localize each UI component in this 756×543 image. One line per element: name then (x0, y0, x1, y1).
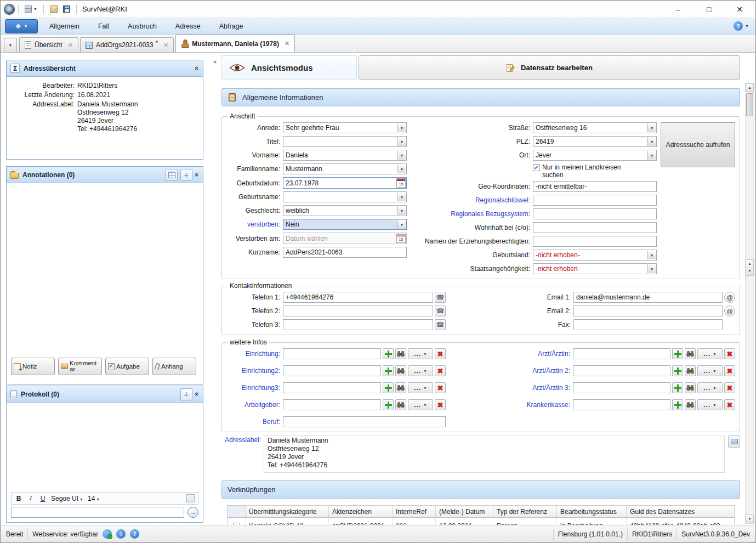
close-button[interactable]: ✕ (731, 5, 748, 14)
geburtsland-select[interactable]: -nicht erhoben-▼ (533, 250, 657, 261)
bezugssystem-input[interactable] (533, 208, 657, 219)
detach-panel-button[interactable]: ↔↕ (180, 388, 192, 400)
save-button[interactable] (60, 3, 73, 16)
search-button[interactable] (395, 365, 406, 376)
geburtsdatum-input[interactable]: 23.07.1978 15 (283, 177, 407, 189)
minimize-button[interactable]: – (670, 5, 686, 14)
anhang-button[interactable]: Anhang (152, 358, 196, 375)
add-button[interactable] (383, 348, 394, 359)
geo-koordinaten-input[interactable]: -nicht ermittelbar- (533, 181, 657, 192)
einrichtung2-input[interactable] (283, 365, 381, 376)
datensatz-bearbeiten-button[interactable]: Datensatz bearbeiten (359, 55, 740, 80)
menu-item-adresse[interactable]: Adresse (166, 19, 210, 33)
bold-button[interactable]: B (15, 495, 22, 502)
add-button[interactable] (383, 382, 394, 393)
notiz-button[interactable]: Notiz (11, 358, 55, 375)
geschlecht-select[interactable]: weiblich▼ (283, 205, 407, 216)
more-options-button[interactable]: ...▼ (408, 399, 433, 410)
search-button[interactable] (395, 399, 406, 410)
underline-button[interactable]: U (39, 495, 47, 502)
column-header[interactable]: Typ der Referenz (493, 506, 557, 517)
kommentar-button[interactable]: Kommentar (58, 358, 102, 375)
landkreis-checkbox[interactable]: ✔ (533, 164, 540, 171)
detach-panel-button[interactable]: ↔↕ (180, 169, 192, 181)
toolbar-options-button[interactable] (186, 494, 195, 502)
help-icon[interactable]: ? (734, 21, 743, 31)
einrichtung-input[interactable] (283, 348, 381, 359)
collapse-panel-icon[interactable]: « (193, 173, 201, 177)
close-icon[interactable]: ✕ (163, 42, 168, 49)
tab-mustermann[interactable]: Mustermann, Daniela (1978) ✕ (175, 35, 295, 52)
table-row[interactable]: Kontakt-COVID-19 cpCVD2021-0001 993 12.0… (228, 518, 734, 525)
add-button[interactable] (383, 399, 394, 410)
send-email-button[interactable]: @ (724, 306, 735, 316)
wohnhaft-input[interactable] (533, 222, 657, 233)
more-options-button[interactable]: ...▼ (697, 399, 723, 410)
menu-item-allgemein[interactable]: Allgemein (40, 19, 89, 33)
scroll-up-button[interactable]: ▲ (746, 83, 754, 92)
plz-select[interactable]: 26419▼ (533, 136, 657, 147)
column-header[interactable]: Guid des Datensatzes (627, 506, 734, 517)
geburtsname-select[interactable]: ▼ (283, 191, 407, 202)
calendar-icon[interactable]: 15 (396, 234, 406, 243)
telefon3-input[interactable] (283, 319, 433, 330)
more-options-button[interactable]: ...▼ (697, 382, 723, 393)
dial-phone-button[interactable]: ☎ (435, 306, 446, 316)
column-header[interactable]: InterneRef (393, 506, 436, 517)
einrichtung3-input[interactable] (283, 382, 381, 393)
close-icon[interactable]: ✕ (285, 40, 289, 47)
webservice-globe-icon[interactable] (103, 529, 112, 539)
scrollbar-thumb[interactable] (746, 93, 753, 116)
select-all-column-header[interactable] (228, 506, 246, 517)
calendar-icon[interactable]: 15 (396, 178, 406, 188)
column-header[interactable]: Aktenzeichen (329, 506, 393, 517)
staatsangehoerigkeit-select[interactable]: -nicht erhoben-▼ (533, 263, 657, 274)
remove-button[interactable]: ✖ (435, 348, 446, 359)
dial-phone-button[interactable]: ☎ (435, 319, 446, 330)
remove-button[interactable]: ✖ (435, 382, 446, 393)
dial-phone-button[interactable]: ☎ (435, 292, 446, 303)
remove-button[interactable]: ✖ (724, 365, 735, 376)
more-options-button[interactable]: ...▼ (697, 365, 723, 376)
telefon2-input[interactable] (283, 306, 433, 316)
krankenkasse-input[interactable] (573, 399, 670, 410)
remove-button[interactable]: ✖ (724, 399, 735, 410)
kurzname-input[interactable]: AddPers2021-0063 (283, 247, 407, 258)
info-icon[interactable]: i (116, 529, 126, 539)
verstorben-select[interactable]: Nein▼ (283, 219, 407, 230)
tab-addorgs[interactable]: AddOrgs2021-0033 * ✕ (80, 37, 174, 52)
maximize-button[interactable]: □ (701, 5, 717, 14)
arzt1-input[interactable] (573, 348, 670, 359)
erziehungsberechtigte-input[interactable] (533, 236, 657, 247)
more-options-button[interactable]: ...▼ (697, 348, 723, 359)
email2-input[interactable] (573, 306, 723, 316)
anrede-select[interactable]: Sehr geehrte Frau▼ (283, 122, 407, 133)
titel-select[interactable]: ▼ (283, 136, 407, 147)
italic-button[interactable]: I (27, 494, 35, 502)
regionalschluessel-input[interactable] (533, 195, 657, 206)
add-button[interactable] (383, 365, 394, 376)
add-button[interactable] (672, 382, 683, 393)
remove-button[interactable]: ✖ (435, 399, 446, 410)
arzt2-input[interactable] (573, 365, 670, 376)
tab-uebersicht[interactable]: Übersicht ✕ (19, 37, 78, 52)
column-header[interactable]: (Melde-) Datum (436, 506, 493, 517)
menu-item-abfrage[interactable]: Abfrage (210, 19, 253, 33)
more-options-button[interactable]: ...▼ (408, 365, 433, 376)
menu-item-ausbruch[interactable]: Ausbruch (118, 19, 166, 33)
arbeitgeber-input[interactable] (283, 399, 381, 410)
add-button[interactable] (672, 365, 683, 376)
column-header[interactable]: Übermittlungskategorie (246, 506, 329, 517)
app-menu-button[interactable]: ❖ ▼ (5, 19, 38, 33)
scroll-split-button[interactable]: ▲▼ (746, 259, 754, 276)
search-button[interactable] (685, 382, 696, 393)
grid-view-button[interactable] (166, 169, 178, 181)
strasse-select[interactable]: Ostfriesenweg 16▼ (533, 122, 657, 133)
font-name-select[interactable]: Segoe UI▼ (51, 495, 83, 502)
menu-item-fall[interactable]: Fall (89, 19, 118, 33)
familienname-select[interactable]: Mustermann▼ (283, 163, 407, 174)
collapse-panel-icon[interactable]: « (193, 66, 201, 70)
scroll-down-button[interactable]: ▼ (746, 514, 754, 523)
close-icon[interactable]: ✕ (68, 42, 73, 49)
transfer-button[interactable] (47, 3, 60, 16)
